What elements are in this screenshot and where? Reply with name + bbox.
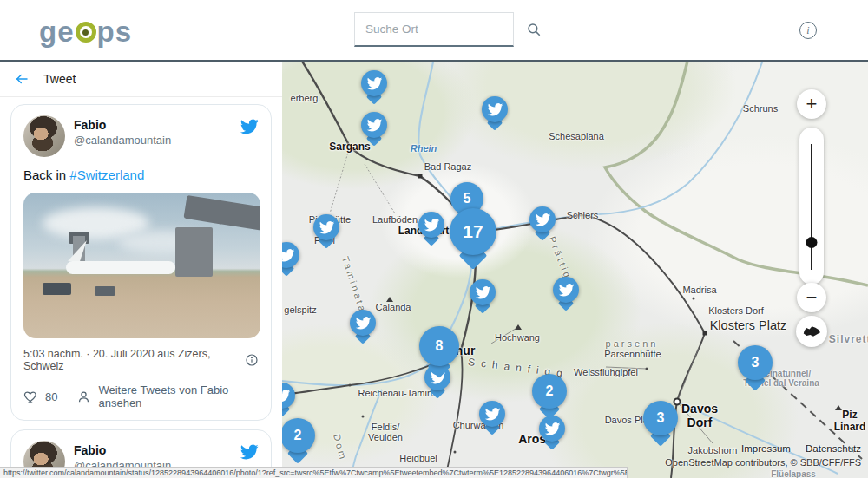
map-label: Silvretta — [829, 333, 868, 345]
tweet-marker[interactable] — [470, 279, 496, 305]
map-canvas[interactable]: erberg.SargansRheinBad RagazPizolhütteLa… — [282, 62, 868, 478]
map-label: erberg. — [291, 93, 321, 103]
geops-o-ring-icon — [76, 22, 96, 43]
cluster-count: 3 — [657, 410, 665, 426]
map-label: Davos Dorf — [681, 402, 718, 429]
switzerland-extent-button[interactable] — [796, 316, 827, 347]
cluster-count: 2 — [546, 383, 554, 399]
tweet-author-name[interactable]: Fabio — [74, 118, 240, 132]
zoom-slider[interactable] — [799, 128, 824, 285]
tweet-marker[interactable] — [361, 70, 387, 96]
person-icon[interactable] — [76, 390, 91, 404]
back-button[interactable] — [14, 71, 30, 87]
map-label: Heidbüel — [399, 453, 437, 463]
twitter-bird-icon[interactable] — [240, 115, 259, 140]
tweet-card[interactable]: Fabio @calandamountain Back in #Switzerl… — [10, 104, 272, 421]
zoom-in-button[interactable]: + — [797, 89, 826, 119]
tweet-timestamp[interactable]: 5:03 nachm. · 20. Juli 2020 aus Zizers, … — [23, 348, 245, 372]
tweet-cluster-marker[interactable]: 17 — [450, 208, 496, 255]
hashtag-link[interactable]: #Switzerland — [69, 167, 144, 182]
tweet-marker[interactable] — [479, 401, 505, 427]
pin-head — [553, 277, 579, 303]
pin-head — [539, 416, 565, 442]
pin-head: 2 — [532, 374, 567, 409]
search-icon[interactable] — [526, 22, 542, 37]
sidebar-title: Tweet — [43, 72, 76, 86]
tweet-marker[interactable] — [313, 214, 339, 240]
logo-text-ps: ps — [97, 16, 133, 49]
tweet-marker[interactable] — [529, 206, 556, 232]
search-box — [354, 12, 514, 47]
map-label: Laufböden — [372, 214, 418, 225]
tweet-marker[interactable] — [361, 112, 387, 138]
cluster-count: 8 — [436, 338, 444, 354]
map-label: Schruns — [743, 103, 778, 114]
pin-head — [282, 242, 299, 268]
tweet-marker[interactable] — [418, 212, 444, 238]
zoom-slider-handle[interactable] — [806, 237, 818, 248]
statusbar-url: https://twitter.com/calandamountain/stat… — [0, 467, 628, 478]
tweet-cluster-marker[interactable]: 2 — [282, 418, 315, 453]
map-label: Schesaplana — [549, 131, 604, 141]
tweet-text: Back in #Switzerland — [23, 167, 259, 182]
pin-head — [350, 310, 376, 336]
tweet-marker[interactable] — [539, 416, 565, 442]
map-attribution: Impressum Datenschutz OpenStreetMap cont… — [665, 443, 861, 468]
pin-head: 17 — [450, 208, 496, 255]
datenschutz-link[interactable]: Datenschutz — [806, 443, 861, 454]
twitter-bird-icon[interactable] — [240, 441, 259, 465]
tweet-cluster-marker[interactable]: 2 — [532, 374, 567, 409]
app-header: ge ps i — [0, 0, 868, 60]
tweet-author-name[interactable]: Fabio — [74, 443, 240, 457]
map-label: Klosters Dorf — [708, 305, 764, 316]
pin-head: 8 — [419, 326, 459, 366]
like-heart-icon[interactable] — [23, 390, 38, 404]
pin-head: 3 — [643, 401, 678, 435]
map-label: Madrisa — [682, 285, 716, 295]
search-input[interactable] — [355, 23, 526, 36]
pin-head — [470, 279, 496, 305]
pin-head: 3 — [738, 345, 773, 380]
tweet-photo[interactable] — [23, 193, 260, 338]
photo-airplane — [66, 261, 175, 274]
tweet-cluster-marker[interactable]: 3 — [643, 401, 678, 435]
tweet-marker[interactable] — [350, 310, 376, 336]
more-tweets-link[interactable]: Weitere Tweets von Fabio ansehen — [98, 383, 259, 409]
photo-jet-bridge — [175, 227, 214, 277]
impressum-link[interactable]: Impressum — [741, 443, 791, 454]
map-label: Rhein — [411, 143, 437, 154]
pin-head — [479, 401, 505, 427]
pin-head: 2 — [282, 418, 315, 453]
map-poi-mark — [693, 298, 695, 300]
avatar[interactable] — [23, 115, 65, 157]
map-label: gelspitz — [284, 304, 316, 315]
cluster-count: 5 — [464, 191, 471, 206]
tweet-author-handle[interactable]: @calandamountain — [74, 134, 240, 147]
zoom-slider-track — [811, 144, 812, 270]
pin-head — [313, 214, 339, 240]
header-divider — [0, 60, 868, 62]
switzerland-icon — [803, 326, 820, 337]
tweet-marker[interactable] — [282, 383, 295, 409]
tweet-cluster-marker[interactable]: 8 — [419, 326, 459, 366]
photo-ground-vehicle — [43, 283, 71, 294]
sidebar-header: Tweet — [0, 62, 282, 97]
tweet-info-icon[interactable] — [245, 353, 259, 367]
geops-logo[interactable]: ge ps — [39, 16, 132, 49]
info-button[interactable]: i — [799, 22, 817, 39]
tweet-marker[interactable] — [482, 96, 508, 122]
map-poi-mark — [703, 331, 707, 336]
copyright-text: OpenStreetMap contributors, © SBB/CFF/FF… — [665, 457, 861, 468]
pin-head — [482, 96, 508, 122]
tweet-cluster-marker[interactable]: 3 — [738, 345, 773, 380]
tweet-marker[interactable] — [282, 242, 299, 268]
cluster-count: 17 — [463, 221, 483, 242]
tweet-marker[interactable] — [553, 277, 579, 303]
map-label: Bad Ragaz — [424, 161, 471, 172]
pin-head — [361, 70, 387, 96]
zoom-out-button[interactable]: − — [797, 283, 826, 312]
geops-o-dot — [82, 29, 89, 36]
map-poi-mark — [646, 368, 648, 370]
like-count[interactable]: 80 — [45, 390, 57, 403]
tweet-sidebar: Tweet Fabio @calandamountain Back in #Sw… — [0, 62, 282, 478]
